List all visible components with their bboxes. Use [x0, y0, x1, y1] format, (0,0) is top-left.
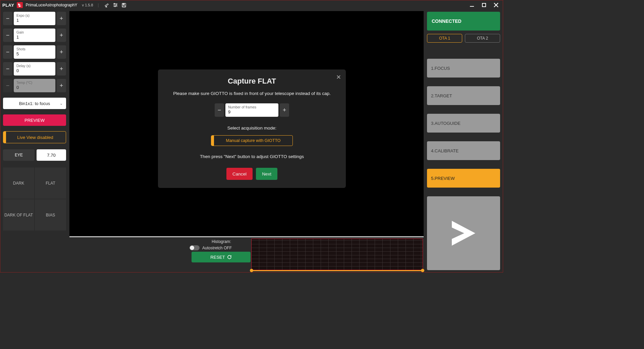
gain-increment[interactable]: + [57, 29, 66, 42]
svg-point-2 [114, 6, 115, 7]
frames-increment[interactable]: + [280, 103, 289, 117]
ota2-button[interactable]: OTA 2 [465, 34, 500, 43]
expo-stepper: − Expo (s) 1 + [3, 12, 66, 25]
window-maximize-icon[interactable] [479, 1, 489, 9]
chevron-down-icon: ⌄ [60, 101, 63, 106]
histogram-plot[interactable] [251, 239, 423, 270]
modal-mode-title: Select acquisition mode: [168, 126, 336, 131]
refresh-icon [227, 255, 232, 259]
temp-stepper: − Temp (°C) 0 + [3, 79, 66, 92]
step-focus[interactable]: 1.FOCUS [427, 59, 500, 78]
svg-rect-6 [470, 6, 474, 7]
telescope-icon[interactable] [104, 2, 110, 8]
frames-decrement[interactable]: − [215, 103, 224, 117]
capture-flat-modal: ✕ Capture FLAT Please make sure GIOTTO i… [158, 69, 346, 188]
modal-title: Capture FLAT [168, 77, 336, 86]
preview-button[interactable]: PREVIEW [3, 114, 66, 126]
flat-button[interactable]: FLAT [35, 167, 66, 199]
app-name: PrimaLuceAstrophotographY [25, 3, 77, 7]
cancel-button[interactable]: Cancel [226, 168, 253, 180]
histogram-range-slider[interactable] [252, 270, 423, 271]
gain-decrement[interactable]: − [3, 29, 12, 42]
modal-close-icon[interactable]: ✕ [336, 73, 341, 81]
svg-rect-7 [482, 3, 486, 7]
modal-description: Please make sure GIOTTO is fixed in fron… [168, 91, 336, 96]
step-preview[interactable]: 5.PREVIEW [427, 169, 500, 188]
expo-field[interactable]: Expo (s) 1 [14, 12, 55, 25]
shots-field[interactable]: Shots 5 [14, 45, 55, 59]
svg-point-1 [116, 5, 117, 6]
svg-point-0 [114, 3, 115, 4]
right-sidebar: CONNECTED OTA 1 OTA 2 1.FOCUS 2.TARGET 3… [424, 10, 503, 272]
step-target[interactable]: 2.TARGET [427, 86, 500, 105]
step-calibrate[interactable]: 4.CALIBRATE [427, 141, 500, 160]
expo-decrement[interactable]: − [3, 12, 12, 25]
modal-instruction: Then press "Next" button to adjust GIOTT… [168, 154, 336, 159]
delay-field[interactable]: Delay (s) 0 [14, 62, 55, 76]
delay-stepper: − Delay (s) 0 + [3, 62, 66, 76]
reset-button[interactable]: RESET [192, 252, 251, 262]
play-logo-text: PLAY [2, 3, 14, 8]
titlebar: PLAY PrimaLuceAstrophotographY v 1.5.8 | [0, 0, 503, 10]
window-close-icon[interactable] [491, 1, 501, 9]
temp-decrement: − [3, 79, 12, 92]
app-version: v 1.5.8 [82, 3, 93, 7]
dark-button[interactable]: DARK [3, 167, 34, 199]
shots-increment[interactable]: + [57, 45, 66, 59]
svg-rect-5 [123, 6, 125, 7]
delay-increment[interactable]: + [57, 62, 66, 76]
gain-stepper: − Gain 1 + [3, 29, 66, 42]
acquisition-mode-button[interactable]: Manual capture with GIOTTO [211, 135, 293, 146]
autostretch-label: Autostretch OFF [202, 246, 232, 250]
liveview-button[interactable]: Live View disabled [3, 131, 66, 143]
expo-increment[interactable]: + [57, 12, 66, 25]
next-button[interactable]: Next [256, 168, 277, 180]
save-icon[interactable] [121, 2, 127, 8]
delay-decrement[interactable]: − [3, 62, 12, 76]
sliders-icon[interactable] [112, 2, 118, 8]
calibration-grid: DARK FLAT DARK OF FLAT BIAS [3, 167, 66, 231]
connected-button[interactable]: CONNECTED [427, 12, 500, 31]
svg-rect-4 [123, 3, 124, 5]
bias-button[interactable]: BIAS [35, 199, 66, 231]
frames-stepper: − Number of frames 9 + [215, 103, 289, 117]
step-autoguide[interactable]: 3.AUTOGUIDE [427, 114, 500, 133]
play-icon [447, 218, 480, 248]
autostretch-toggle[interactable] [190, 245, 200, 250]
temp-increment[interactable]: + [57, 79, 66, 92]
left-sidebar: − Expo (s) 1 + − Gain 1 + − Shots 5 + − [0, 10, 69, 272]
binning-dropdown[interactable]: Bin1x1: to focus ⌄ [3, 98, 66, 109]
window-minimize-icon[interactable] [467, 1, 477, 9]
temp-field: Temp (°C) 0 [14, 79, 55, 92]
eye-value[interactable]: 7.70 [37, 149, 66, 161]
gain-field[interactable]: Gain 1 [14, 29, 55, 42]
histogram-panel: Histogram: Autostretch OFF RESET [69, 237, 424, 272]
frames-field[interactable]: Number of frames 9 [225, 103, 278, 117]
eye-button[interactable]: EYE [3, 149, 35, 161]
shots-decrement[interactable]: − [3, 45, 12, 59]
histogram-title: Histogram: [187, 239, 251, 244]
ota1-button[interactable]: OTA 1 [427, 34, 462, 43]
start-sequence-button[interactable] [427, 196, 500, 270]
shots-stepper: − Shots 5 + [3, 45, 66, 59]
app-logo-icon [17, 2, 23, 8]
dark-of-flat-button[interactable]: DARK OF FLAT [3, 199, 34, 231]
